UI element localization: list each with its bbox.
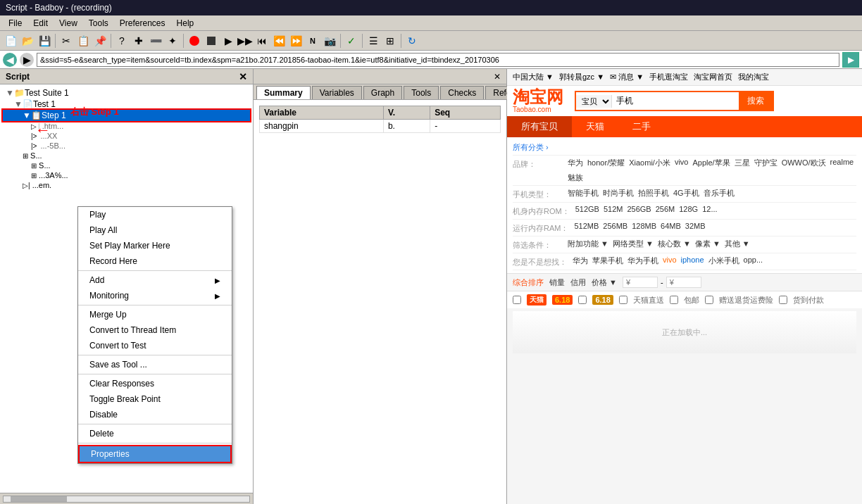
left-panel-scrollbar[interactable]: [0, 493, 253, 504]
tree-item-7[interactable]: ▷| ...em.: [3, 180, 250, 190]
toolbar-n[interactable]: N: [305, 33, 320, 49]
tab-summary[interactable]: Summary: [256, 86, 311, 99]
toolbar-new[interactable]: 📄: [3, 33, 18, 49]
tree-item-5[interactable]: ⊞ S...: [3, 160, 250, 170]
address-input[interactable]: [37, 53, 839, 67]
brand-huawei[interactable]: 华为: [568, 158, 583, 168]
price-from-input[interactable]: [623, 277, 658, 288]
toolbar-paste[interactable]: 📌: [92, 33, 108, 49]
ram-256mb[interactable]: 256MB: [603, 222, 627, 230]
ctx-delete[interactable]: Delete: [78, 426, 232, 441]
type-music[interactable]: 音乐手机: [704, 188, 735, 199]
ram-32mb[interactable]: 32MB: [685, 222, 706, 230]
toolbar-play-all[interactable]: ▶▶: [237, 33, 253, 49]
ys-apple-phone[interactable]: 苹果手机: [592, 256, 623, 266]
tree-step-1[interactable]: ▼ 📋 Step 1: [3, 110, 250, 121]
rom-more[interactable]: 12...: [702, 205, 717, 213]
extra-core[interactable]: 核心数 ▼: [658, 239, 691, 249]
tab-tools[interactable]: Tools: [404, 86, 439, 99]
toolbar-back[interactable]: ⏪: [271, 33, 287, 49]
ctx-save-tool[interactable]: Save as Tool ...: [78, 357, 232, 372]
toolbar-help[interactable]: ?: [114, 33, 130, 49]
toolbar-skip-back[interactable]: ⏮: [254, 33, 270, 49]
badge-618-checkbox[interactable]: [578, 296, 587, 304]
ctx-toggle-break[interactable]: Toggle Break Point: [78, 391, 232, 407]
ys-xiaomi-phone[interactable]: 小米手机: [708, 256, 739, 266]
rom-512gb[interactable]: 512GB: [575, 205, 599, 213]
rom-128g[interactable]: 128G: [679, 205, 698, 213]
menu-help[interactable]: Help: [171, 17, 200, 30]
ram-128mb[interactable]: 128MB: [632, 222, 656, 230]
toolbar-list[interactable]: ☰: [366, 33, 381, 49]
extra-addon[interactable]: 附加功能 ▼: [568, 239, 608, 249]
return-insurance-checkbox[interactable]: [705, 296, 713, 304]
toolbar-grid[interactable]: ⊞: [382, 33, 398, 49]
menu-tools[interactable]: Tools: [83, 17, 114, 30]
tb-search-button[interactable]: 搜索: [739, 92, 773, 110]
tb-search-input[interactable]: [612, 95, 739, 108]
tb-nav-secondhand[interactable]: 二手: [618, 116, 665, 137]
forward-btn[interactable]: ▶: [20, 53, 34, 67]
tb-nav-all[interactable]: 所有宝贝: [507, 116, 572, 137]
extra-network[interactable]: 网络类型 ▼: [613, 239, 654, 249]
tab-variables[interactable]: Variables: [312, 86, 362, 99]
ctx-disable[interactable]: Disable: [78, 407, 232, 422]
ctx-convert-thread[interactable]: Convert to Thread Item: [78, 322, 232, 338]
extra-other[interactable]: 其他 ▼: [725, 239, 750, 249]
ys-iphone[interactable]: iphone: [681, 256, 704, 266]
brand-owwo[interactable]: OWWO/欧沃: [782, 158, 826, 168]
type-4g[interactable]: 4G手机: [673, 188, 699, 199]
menu-edit[interactable]: Edit: [27, 17, 54, 30]
toolbar-save[interactable]: 💾: [37, 33, 52, 49]
tb-nav-tmall[interactable]: 天猫: [572, 116, 618, 137]
ys-huawei[interactable]: 华为: [573, 256, 588, 266]
ys-oppo[interactable]: opp...: [744, 256, 763, 266]
brand-shoubao[interactable]: 守护宝: [754, 158, 777, 168]
tb-message[interactable]: ✉ 消息 ▼: [610, 72, 644, 82]
ram-512mb[interactable]: 512MB: [574, 222, 599, 230]
tree-item-6[interactable]: ⊞ ...3A%...: [3, 170, 250, 180]
type-camera[interactable]: 拍照手机: [638, 188, 669, 199]
brand-xiaomi[interactable]: Xiaomi/小米: [629, 158, 670, 168]
tb-region[interactable]: 中国大陆 ▼: [513, 72, 554, 82]
type-fashion[interactable]: 时尚手机: [603, 188, 634, 199]
menu-view[interactable]: View: [54, 17, 83, 30]
toolbar-play[interactable]: ▶: [220, 33, 236, 49]
ctx-record-here[interactable]: Record Here: [78, 253, 232, 269]
rom-256gb[interactable]: 256GB: [627, 205, 651, 213]
toolbar-record[interactable]: [187, 33, 202, 49]
tree-item-3[interactable]: |> ...-5B...: [3, 141, 250, 151]
brand-meizu[interactable]: 魅族: [568, 172, 583, 183]
tree-item-4[interactable]: ⊞ S...: [3, 151, 250, 160]
ctx-clear-responses[interactable]: Clear Responses: [78, 376, 232, 391]
mid-panel-close[interactable]: ✕: [494, 72, 501, 82]
type-smart[interactable]: 智能手机: [568, 188, 599, 199]
toolbar-star[interactable]: ✦: [165, 33, 180, 49]
tb-user[interactable]: 郭转晨gzc ▼: [559, 72, 604, 82]
toolbar-open[interactable]: 📂: [20, 33, 35, 49]
filter-all-category[interactable]: 所有分类 ›: [513, 142, 549, 153]
tmall-direct-checkbox[interactable]: [619, 296, 627, 304]
menu-preferences[interactable]: Preferences: [114, 17, 171, 30]
tb-home[interactable]: 淘宝网首页: [694, 72, 732, 82]
extra-pixel[interactable]: 像素 ▼: [695, 239, 720, 249]
brand-apple[interactable]: Apple/苹果: [692, 158, 730, 168]
toolbar-camera[interactable]: 📷: [322, 33, 337, 49]
left-panel-close[interactable]: ✕: [239, 71, 247, 82]
ctx-set-play-marker[interactable]: Set Play Marker Here: [78, 238, 232, 253]
menu-file[interactable]: File: [3, 17, 27, 30]
ctx-play[interactable]: Play: [78, 207, 232, 222]
tb-mobile[interactable]: 手机逛淘宝: [649, 72, 688, 82]
tree-item-1[interactable]: ▷ | .htm...: [3, 121, 250, 131]
brand-realme[interactable]: realme: [830, 158, 854, 168]
ctx-merge-up[interactable]: Merge Up: [78, 307, 232, 322]
toolbar-del[interactable]: ➖: [148, 33, 163, 49]
free-shipping-checkbox[interactable]: [670, 296, 678, 304]
sort-price[interactable]: 价格 ▼: [592, 277, 617, 288]
toolbar-add[interactable]: ✚: [131, 33, 146, 49]
sort-comprehensive[interactable]: 综合排序: [513, 277, 544, 288]
tb-search-category[interactable]: 宝贝 店铺: [576, 95, 612, 108]
tmall-checkbox[interactable]: [513, 296, 521, 304]
ctx-monitoring[interactable]: Monitoring ▶: [78, 288, 232, 303]
toolbar-check[interactable]: ✓: [344, 33, 359, 49]
